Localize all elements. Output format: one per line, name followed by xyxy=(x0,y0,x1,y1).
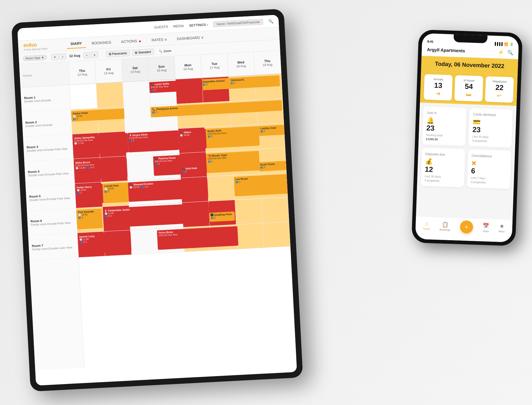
calendar-rows: Gilchrest E. 👥 2 Depardieu Gerard 👥 2 📞 … xyxy=(70,74,290,258)
day-name: Fri xyxy=(106,67,111,71)
booking-willis[interactable]: Willis Bruce £190.00 Due Now 🕐 14:30 / 👥… xyxy=(74,158,128,180)
nav-forward-far[interactable]: » xyxy=(91,51,98,58)
booking-lee[interactable]: Lee Bruce 👥 1 xyxy=(234,174,288,197)
nav-back-far[interactable]: « xyxy=(51,54,59,60)
day-mon16: Mon 16 Aug xyxy=(174,55,202,79)
info-card-cancellations[interactable]: Cancellations ✖ 6 Last 7 days 3 properti… xyxy=(467,149,511,189)
tab-dashboard[interactable]: DASHBOARD ∨ xyxy=(172,33,208,43)
info-card-justin[interactable]: Just in 🔔 23 Booking total £1260.00 xyxy=(422,106,467,146)
calendar-grid: Thu 12 Aug Fri 13 Aug Sat 14 Aug xyxy=(69,50,296,368)
more-nav-icon: ≡ xyxy=(500,223,503,229)
day-name: Thu xyxy=(264,59,271,63)
tab-diary[interactable]: DIARY xyxy=(66,39,86,49)
cards-declined-number: 23 xyxy=(473,126,509,135)
day-sat14: Sat 14 Aug xyxy=(121,57,149,82)
view-panoramic[interactable]: ⊞ Panoramic xyxy=(106,50,130,57)
cell xyxy=(130,229,158,254)
info-cards-grid: Just in 🔔 23 Booking total £1260.00 Card… xyxy=(417,103,516,193)
booking-pott[interactable]: Pott Amanda 🕐 18:30 👥 3 xyxy=(76,208,103,229)
booking-hilton[interactable]: 📞 Hilton 🕐 18:30 xyxy=(178,129,207,150)
booking-potter[interactable]: Potter Harry 🕐 19:00 👥 2 xyxy=(75,184,104,205)
stat-card-arrivals: Arrivals 13 ➜ xyxy=(424,74,453,101)
room-item-3: Room 3 Double room-Ensuite-Park View xyxy=(23,134,74,162)
zoom-control[interactable]: 🔍 Zoom xyxy=(156,48,174,54)
battery-icon: 🔋 xyxy=(509,42,513,46)
nav-more[interactable]: ≡ More xyxy=(499,223,505,233)
deposits-title: Deposits due xyxy=(425,152,461,157)
departures-label: Departures xyxy=(488,80,511,83)
nav-diary[interactable]: 📅 Diary xyxy=(483,223,489,233)
booking-woods[interactable]: 🎁 Woods Tiger £103.50 Due Now 👥 1 xyxy=(206,151,260,173)
stats-row: Arrivals 13 ➜ In house 54 🛏 Departures 2… xyxy=(420,71,518,106)
phone-outer: 9:41 ▐▐▐▐ 📶 🔋 Argyll Apartments ⚡ 🔍 xyxy=(411,29,523,246)
tablet-device: GUESTS MEDIA SETTINGS › Name / Ref/Email… xyxy=(11,9,303,391)
tab-bookings[interactable]: BOOKINGS xyxy=(87,38,115,48)
view-standard[interactable]: ⊞ Standard xyxy=(132,48,154,56)
wifi-icon: 📶 xyxy=(504,42,508,46)
inhouse-label: In house xyxy=(457,79,481,82)
deposits-sub2: 4 properties xyxy=(424,179,460,183)
nav-fab-add[interactable]: + xyxy=(460,220,473,234)
topnav-media[interactable]: MEDIA xyxy=(173,24,184,28)
cancellations-sub1: Last 7 days xyxy=(471,176,507,181)
booking-smalling[interactable]: 🅱 Smalling Peter 👥 2 xyxy=(209,211,235,222)
tablet-outer: GUESTS MEDIA SETTINGS › Name / Ref/Email… xyxy=(11,9,303,391)
day-wed18: Wed 18 Aug xyxy=(227,52,255,76)
diary-container: Rooms Room 1 Double room-Ensuite Room 2 … xyxy=(19,50,296,370)
cancellations-sub2: 3 properties xyxy=(471,180,507,185)
tablet-screen: GUESTS MEDIA SETTINGS › Name / Ref/Email… xyxy=(17,15,297,386)
filter-room-type[interactable]: Room Type ▼ xyxy=(23,55,47,61)
nav-bookings[interactable]: 📋 Bookings xyxy=(440,221,450,231)
nav-today[interactable]: ⌂ Today xyxy=(423,220,430,230)
booking-steward[interactable]: 📞 Steward Kristen 🕐 13:30 / 👥 1+2 xyxy=(128,178,208,202)
day-name: Tue xyxy=(211,62,217,66)
cell xyxy=(96,82,124,108)
deposits-sub1: Last 30 days xyxy=(425,174,461,179)
booking-depardieu[interactable]: Depardieu Gerard 👥 2 xyxy=(201,78,231,90)
booking-lumley[interactable]: Lumley Joan 👥 2 xyxy=(259,125,285,136)
cell xyxy=(123,81,150,107)
cell xyxy=(207,175,235,201)
info-card-deposits[interactable]: Deposits due 💰 12 Last 30 days 4 propert… xyxy=(421,148,465,187)
arrivals-label: Arrivals xyxy=(427,77,450,81)
topnav-guests[interactable]: GUESTS xyxy=(154,25,168,29)
arrivals-icon: ➜ xyxy=(426,90,450,97)
just-in-sub2: £1260.00 xyxy=(426,137,462,142)
room-item-4: Room 4 Double room-Ensuite-Park View xyxy=(24,159,75,186)
search-phone-icon[interactable]: 🔍 xyxy=(507,50,513,56)
inhouse-number: 54 xyxy=(457,83,481,91)
search-icon[interactable]: 🔍 xyxy=(268,19,274,24)
today-date: 06 November 2022 xyxy=(454,61,504,69)
phone-header-actions: ⚡ 🔍 xyxy=(498,49,513,56)
booking-jones[interactable]: Jones Samantha £180.00 Due Now 🕐 17:00 xyxy=(72,133,129,155)
room-item-2: Room 2 Double room-Ensuite xyxy=(22,110,72,137)
room-item-6: Room 6 Family room-Ensuite-Park View xyxy=(27,208,77,236)
more-nav-label: More xyxy=(499,230,505,233)
booking-hutt[interactable]: 📞 Hutt Kate 👥 2 xyxy=(180,165,206,175)
info-card-cards-declined[interactable]: Cards declined 💳 23 Last 30 days 3 prope… xyxy=(468,108,513,148)
nav-forward[interactable]: › xyxy=(83,52,90,58)
day-date: 14 Aug xyxy=(130,69,140,74)
phone-bottom-nav: ⌂ Today 📋 Bookings + 📅 Diary xyxy=(415,216,513,242)
diary-nav-label: Diary xyxy=(483,230,489,233)
today-nav-icon: ⌂ xyxy=(425,221,428,227)
cancellations-number: 6 xyxy=(471,167,507,177)
day-date: 19 Aug xyxy=(263,63,272,67)
day-thu19: Thu 19 Aug xyxy=(254,50,281,75)
tab-rates[interactable]: RATES ∨ xyxy=(147,35,171,44)
filter-icon[interactable]: ⚡ xyxy=(498,49,504,55)
tab-actions[interactable]: ACTIONS ▲ xyxy=(117,36,146,46)
booking-lionell[interactable]: Lionell Sam 🕐 18:00 👥 2 xyxy=(102,182,129,203)
topnav-settings[interactable]: SETTINGS › xyxy=(189,23,208,28)
cell xyxy=(236,223,264,249)
today-word: Today, xyxy=(435,61,453,68)
booking-scott[interactable]: Scott Travis 👥 2 xyxy=(258,161,287,172)
just-in-sub1: Booking total xyxy=(426,133,462,138)
booking-keyes[interactable]: ⏸ Keyes Alicia £130.00 Due Now 👥 2 xyxy=(127,130,179,152)
room-item-1: Room 1 Double room-Ensuite xyxy=(21,85,71,112)
booking-harriet[interactable]: Harriet Lizzy 🕐 11:00 👥 1+1 xyxy=(77,232,131,254)
search-input[interactable]: Name / Ref/Email/Tel/Postcode xyxy=(213,19,263,27)
day-date: 16 Aug xyxy=(183,67,193,71)
nav-back[interactable]: ‹ xyxy=(59,53,66,60)
booking-ryder[interactable]: Ryder Ruth £210.00 Due Now 👥 2 xyxy=(206,126,260,148)
